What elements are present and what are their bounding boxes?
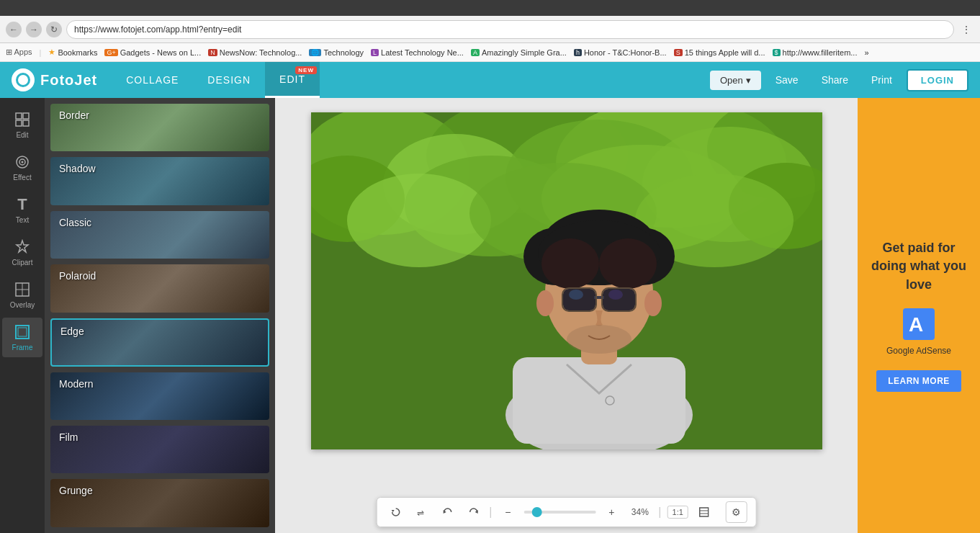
frame-shadow[interactable]: Shadow [50, 157, 269, 205]
browser-toolbar: ← → ↻ ⋮ [0, 16, 980, 43]
frame-edge-label: Edge [60, 326, 84, 337]
bookmark-amazingly[interactable]: A Amazingly Simple Gra... [471, 48, 567, 57]
bookmark-15things[interactable]: S 15 things Apple will d... [674, 48, 765, 57]
redo-button[interactable] [463, 502, 483, 522]
frame-grunge[interactable]: Grunge [50, 479, 269, 527]
frame-panel: Border Shadow Classic Polaroid Edge Mode… [45, 98, 275, 533]
tool-effect[interactable]: Effect [2, 148, 42, 187]
frame-film-label: Film [59, 431, 78, 443]
tool-edit[interactable]: Edit [2, 105, 42, 145]
svg-rect-52 [700, 508, 709, 516]
svg-point-35 [541, 238, 599, 289]
tool-overlay[interactable]: Overlay [2, 275, 42, 315]
canvas-image [311, 112, 822, 449]
refresh-button[interactable] [385, 502, 405, 522]
svg-rect-1 [23, 113, 29, 119]
zoom-value: 34% [627, 507, 652, 517]
bookmark-bookmarks[interactable]: ★ Bookmarks [48, 48, 97, 57]
address-bar[interactable] [66, 20, 954, 39]
bookmark-technology[interactable]: 🌐 Technology [309, 48, 364, 57]
nav-actions: Open ▾ Save Share Print LOGIN [710, 69, 968, 91]
effect-icon [14, 153, 31, 171]
overlay-icon [14, 281, 31, 298]
forward-button[interactable]: → [26, 22, 42, 37]
apps-bookmark[interactable]: ⊞ Apps [6, 48, 32, 57]
bookmark-latest-tech[interactable]: L Latest Technology Ne... [371, 48, 464, 57]
tool-clipart[interactable]: Clipart [2, 233, 42, 272]
settings-button[interactable]: ⚙ [726, 501, 747, 523]
svg-rect-3 [23, 120, 29, 126]
frame-polaroid[interactable]: Polaroid [50, 264, 269, 312]
frame-border-label: Border [59, 109, 89, 121]
svg-point-46 [644, 290, 662, 316]
tab-collage[interactable]: COLLAGE [112, 62, 193, 98]
frame-film[interactable]: Film [50, 426, 269, 473]
zoom-slider[interactable] [523, 511, 595, 514]
canvas-area: ⇌ | − [275, 98, 858, 533]
frame-classic[interactable]: Classic [50, 211, 269, 259]
back-button[interactable]: ← [6, 22, 22, 37]
tool-sidebar: Edit Effect T Text [0, 98, 45, 533]
tool-text-label: Text [16, 216, 29, 224]
bookmark-honor[interactable]: h Honor - T&C:Honor-B... [574, 48, 667, 57]
adsense-logo-icon: A [903, 308, 935, 340]
ad-title: Get paid for doing what you love [865, 239, 973, 294]
frame-shadow-label: Shadow [59, 163, 96, 174]
save-button[interactable]: Save [767, 70, 807, 90]
svg-point-44 [567, 325, 631, 354]
learn-more-button[interactable]: LEARN MORE [876, 370, 961, 392]
open-button[interactable]: Open ▾ [710, 71, 761, 90]
print-button[interactable]: Print [863, 70, 901, 90]
ratio-button[interactable]: 1:1 [667, 506, 688, 519]
tool-edit-label: Edit [16, 131, 28, 139]
undo-button[interactable] [437, 502, 457, 522]
svg-rect-2 [16, 120, 22, 126]
frame-modern[interactable]: Modern [50, 372, 269, 420]
svg-point-24 [347, 174, 491, 267]
tool-frame-label: Frame [12, 344, 33, 351]
tab-edit[interactable]: EDIT NEW [265, 62, 320, 98]
fullscreen-button[interactable] [694, 502, 714, 522]
bookmark-more[interactable]: » [864, 48, 868, 57]
tab-design[interactable]: DESIGN [193, 62, 265, 98]
reload-button[interactable]: ↻ [46, 22, 62, 37]
svg-point-6 [22, 161, 24, 164]
nav-tabs: COLLAGE DESIGN EDIT NEW [112, 62, 320, 98]
tool-text[interactable]: T Text [2, 190, 42, 230]
right-ad-panel: Get paid for doing what you love A Googl… [858, 98, 980, 533]
ad-logo-area: A Google AdSense [886, 308, 951, 356]
bookmark-gadgets[interactable]: G+ Gadgets - News on L... [104, 48, 201, 57]
logo-icon-inner [16, 73, 30, 87]
adsense-text: Google AdSense [886, 346, 951, 356]
tool-overlay-label: Overlay [10, 301, 35, 309]
bookmark-filler[interactable]: $ http://www.filleritem... [773, 48, 858, 57]
bookmark-newsnow[interactable]: N NewsNow: Technolog... [208, 48, 302, 57]
frame-icon [14, 323, 31, 341]
logo-text: FotoJet [40, 72, 97, 89]
frame-edge[interactable]: Edge [50, 318, 269, 367]
zoom-out-button[interactable]: − [498, 502, 518, 522]
frame-classic-label: Classic [59, 217, 91, 228]
svg-rect-11 [18, 328, 27, 336]
svg-marker-48 [391, 510, 394, 512]
frame-border[interactable]: Border [50, 104, 269, 151]
bottom-toolbar: ⇌ | − [376, 497, 757, 527]
browser-menu-icon[interactable]: ⋮ [958, 22, 974, 37]
logo-area: FotoJet [12, 68, 97, 91]
zoom-in-button[interactable]: + [601, 502, 621, 522]
adsense-logo: A [903, 308, 935, 340]
share-button[interactable]: Share [813, 70, 857, 90]
svg-point-36 [599, 238, 657, 289]
svg-point-42 [569, 290, 583, 300]
svg-text:A: A [909, 313, 923, 336]
replace-button[interactable]: ⇌ [411, 502, 431, 522]
login-button[interactable]: LOGIN [907, 69, 968, 91]
top-nav: FotoJet COLLAGE DESIGN EDIT NEW Open ▾ S… [0, 62, 980, 98]
frame-polaroid-label: Polaroid [59, 270, 96, 282]
frame-grunge-label: Grunge [59, 485, 93, 496]
tool-frame[interactable]: Frame [2, 318, 42, 357]
svg-text:⇌: ⇌ [416, 508, 423, 517]
frame-modern-label: Modern [59, 378, 93, 390]
edit-icon [14, 111, 31, 128]
app-container: FotoJet COLLAGE DESIGN EDIT NEW Open ▾ S… [0, 62, 980, 533]
